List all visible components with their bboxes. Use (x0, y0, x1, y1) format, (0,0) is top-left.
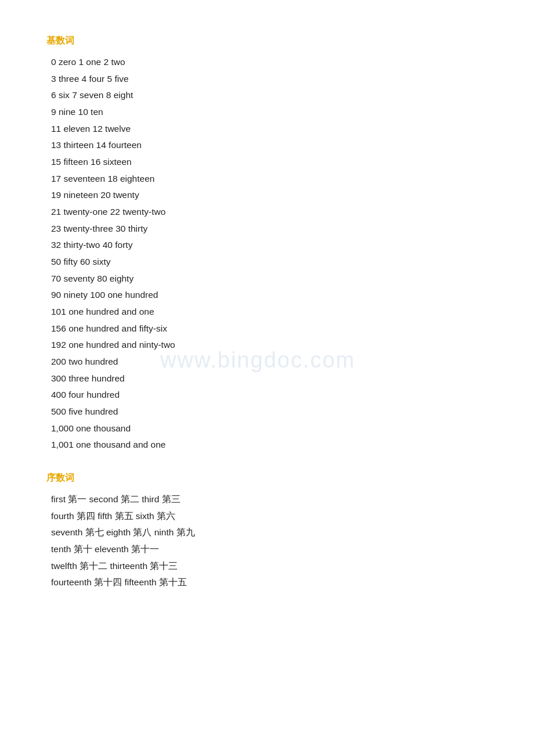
cardinal-title: 基数词 (46, 35, 488, 47)
list-item: 400 four hundred (51, 387, 488, 404)
list-item: fourth 第四 fifth 第五 sixth 第六 (51, 508, 488, 525)
list-item: 192 one hundred and ninty-two (51, 337, 488, 354)
list-item: 0 zero 1 one 2 two (51, 54, 488, 71)
list-item: 15 fifteen 16 sixteen (51, 154, 488, 171)
cardinal-content: 0 zero 1 one 2 two3 three 4 four 5 five6… (46, 54, 488, 453)
list-item: 11 eleven 12 twelve (51, 121, 488, 138)
list-item: 90 ninety 100 one hundred (51, 287, 488, 304)
list-item: 23 twenty-three 30 thirty (51, 221, 488, 237)
list-item: first 第一 second 第二 third 第三 (51, 491, 488, 508)
list-item: fourteenth 第十四 fifteenth 第十五 (51, 574, 488, 591)
ordinal-section: 序数词 first 第一 second 第二 third 第三fourth 第四… (46, 472, 488, 591)
list-item: 300 three hundred (51, 370, 488, 387)
list-item: tenth 第十 eleventh 第十一 (51, 541, 488, 558)
list-item: 13 thirteen 14 fourteen (51, 137, 488, 154)
list-item: twelfth 第十二 thirteenth 第十三 (51, 558, 488, 575)
list-item: 9 nine 10 ten (51, 104, 488, 121)
ordinal-title: 序数词 (46, 472, 488, 484)
list-item: 50 fifty 60 sixty (51, 254, 488, 271)
list-item: 6 six 7 seven 8 eight (51, 87, 488, 104)
list-item: seventh 第七 eighth 第八 ninth 第九 (51, 524, 488, 541)
ordinal-content: first 第一 second 第二 third 第三fourth 第四 fif… (46, 491, 488, 591)
list-item: 101 one hundred and one (51, 304, 488, 321)
list-item: 156 one hundred and fifty-six (51, 321, 488, 337)
list-item: 19 nineteen 20 twenty (51, 187, 488, 204)
list-item: 500 five hundred (51, 404, 488, 420)
list-item: 70 seventy 80 eighty (51, 271, 488, 287)
list-item: 17 seventeen 18 eighteen (51, 171, 488, 188)
list-item: 32 thirty-two 40 forty (51, 237, 488, 254)
list-item: 200 two hundred (51, 354, 488, 370)
list-item: 3 three 4 four 5 five (51, 71, 488, 88)
list-item: 21 twenty-one 22 twenty-two (51, 204, 488, 221)
list-item: 1,001 one thousand and one (51, 437, 488, 453)
cardinal-section: 基数词 0 zero 1 one 2 two3 three 4 four 5 f… (46, 35, 488, 453)
list-item: 1,000 one thousand (51, 420, 488, 437)
